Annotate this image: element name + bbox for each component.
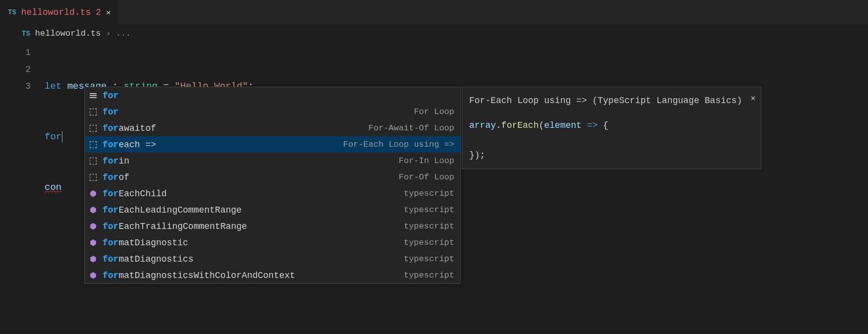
suggestion-item[interactable]: forofFor-Of Loop <box>85 169 460 185</box>
suggestion-description: For-In Loop <box>399 156 454 166</box>
typescript-icon: TS <box>22 30 30 38</box>
suggestion-description: typescript <box>404 254 454 264</box>
method-icon: ⬢ <box>89 254 98 264</box>
suggestion-label: forEachTrailingCommentRange <box>103 222 399 231</box>
snippet-icon <box>89 109 98 115</box>
suggestion-item[interactable]: ⬢formatDiagnosticstypescript <box>85 251 460 267</box>
suggestion-label: forin <box>103 156 394 166</box>
suggestion-label: forEachLeadingCommentRange <box>103 205 399 215</box>
suggestion-label: forawaitof <box>103 123 364 133</box>
line-number-gutter: 1 2 3 <box>0 44 45 229</box>
suggestion-list[interactable]: forforFor LoopforawaitofFor-Await-Of Loo… <box>84 87 461 284</box>
cursor <box>62 131 62 142</box>
suggestion-label: formatDiagnostics <box>103 254 399 264</box>
tab-filename: helloworld.ts <box>21 7 91 17</box>
suggestion-label: forEachChild <box>103 189 399 199</box>
tab-bar: TS helloworld.ts 2 ✕ <box>0 0 868 25</box>
snippet-icon <box>89 125 98 132</box>
breadcrumb-filename: helloworld.ts <box>35 29 101 38</box>
suggestion-description: For-Await-Of Loop <box>369 123 454 133</box>
suggestion-description: For-Of Loop <box>399 172 454 182</box>
method-icon: ⬢ <box>89 205 98 215</box>
line-number: 2 <box>0 61 31 78</box>
tab-modified-badge: 2 <box>96 7 101 17</box>
suggestion-description: For-Each Loop using => <box>343 140 454 149</box>
suggestion-item[interactable]: forinFor-In Loop <box>85 153 460 169</box>
suggestion-item[interactable]: ⬢formatDiagnostictypescript <box>85 234 460 251</box>
suggestion-label: for <box>103 107 409 117</box>
method-icon: ⬢ <box>89 238 98 248</box>
line-number: 3 <box>0 78 31 95</box>
suggestion-description: typescript <box>404 205 454 215</box>
close-icon[interactable]: ✕ <box>751 91 756 106</box>
snippet-icon <box>89 174 98 181</box>
suggestion-label: forof <box>103 172 394 182</box>
method-icon: ⬢ <box>89 222 98 231</box>
suggestion-description: For Loop <box>414 107 454 116</box>
suggestion-item[interactable]: foreach =>For-Each Loop using => <box>85 136 460 153</box>
suggestion-item[interactable]: ⬢forEachTrailingCommentRangetypescript <box>85 218 460 234</box>
suggestion-item[interactable]: ⬢forEachChildtypescript <box>85 185 460 202</box>
suggestion-item[interactable]: ⬢formatDiagnosticsWithColorAndContexttyp… <box>85 267 460 283</box>
typescript-icon: TS <box>8 8 16 16</box>
suggestion-label: for <box>103 91 454 101</box>
snippet-icon <box>89 158 98 165</box>
suggestion-description: typescript <box>404 271 454 280</box>
method-icon: ⬢ <box>89 189 98 199</box>
snippet-icon <box>89 141 98 148</box>
suggestion-description: typescript <box>404 238 454 247</box>
suggestion-details-code: array.forEach(element => { <box>469 118 754 133</box>
method-icon: ⬢ <box>89 271 98 280</box>
suggestion-label: foreach => <box>103 140 338 150</box>
line-number: 1 <box>0 44 31 61</box>
close-icon[interactable]: ✕ <box>106 7 111 17</box>
suggestion-description: typescript <box>404 222 454 231</box>
tab-active[interactable]: TS helloworld.ts 2 ✕ <box>0 0 119 24</box>
suggestion-item[interactable]: forawaitofFor-Await-Of Loop <box>85 120 460 136</box>
suggestion-details: ✕ For-Each Loop using => (TypeScript Lan… <box>462 87 761 169</box>
chevron-right-icon: › <box>106 29 110 38</box>
suggestion-description: typescript <box>404 189 454 198</box>
suggestion-label: formatDiagnostic <box>103 238 399 248</box>
breadcrumb[interactable]: TS helloworld.ts › ... <box>0 25 868 42</box>
breadcrumb-dots: ... <box>116 29 131 38</box>
suggestion-item[interactable]: ⬢forEachLeadingCommentRangetypescript <box>85 202 460 218</box>
keyword-icon <box>89 93 98 98</box>
suggestion-label: formatDiagnosticsWithColorAndContext <box>103 271 399 280</box>
suggestion-item[interactable]: for <box>85 87 460 104</box>
suggestion-item[interactable]: forFor Loop <box>85 104 460 120</box>
suggestion-details-title: For-Each Loop using => (TypeScript Langu… <box>469 93 754 108</box>
suggestion-details-code-end: }); <box>469 148 754 163</box>
